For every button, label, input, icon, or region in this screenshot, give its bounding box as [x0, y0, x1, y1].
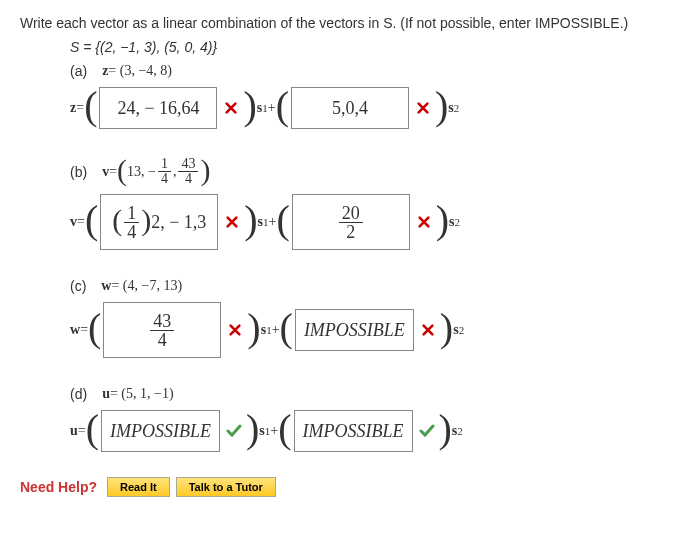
need-help-label: Need Help? — [20, 479, 97, 495]
answer-a2-input[interactable]: 5,0,4 — [291, 87, 409, 129]
answer-d2-input[interactable]: IMPOSSIBLE — [294, 410, 413, 452]
part-c-label: (c) — [70, 278, 86, 294]
check-icon — [226, 423, 242, 439]
answer-c1-input[interactable]: 434 — [103, 302, 221, 358]
vec-c-def: = (4, −7, 13) — [111, 278, 182, 294]
eq-b-lhs: v — [70, 214, 77, 229]
eq-c-lhs: w — [70, 322, 80, 337]
answer-b1-input[interactable]: ( 14 ) 2, − 1,3 — [100, 194, 218, 250]
wrong-icon — [416, 214, 432, 230]
vec-d-name: u — [102, 386, 110, 401]
vec-d-def: = (5, 1, −1) — [110, 386, 174, 402]
wrong-icon — [224, 214, 240, 230]
set-definition: S = {(2, −1, 3), (5, 0, 4)} — [70, 39, 217, 55]
wrong-icon — [227, 322, 243, 338]
vec-b-name: v — [102, 164, 109, 179]
talk-tutor-button[interactable]: Talk to a Tutor — [176, 477, 276, 497]
wrong-icon — [415, 100, 431, 116]
fraction: 14 — [158, 157, 171, 186]
fraction: 434 — [178, 157, 198, 186]
answer-b2-input[interactable]: 202 — [292, 194, 410, 250]
part-d-label: (d) — [70, 386, 87, 402]
question-prompt: Write each vector as a linear combinatio… — [20, 15, 675, 31]
wrong-icon — [223, 100, 239, 116]
part-a-label: (a) — [70, 63, 87, 79]
vec-a-def: = (3, −4, 8) — [108, 63, 172, 79]
check-icon — [419, 423, 435, 439]
part-b-label: (b) — [70, 164, 87, 180]
answer-a1-input[interactable]: 24, − 16,64 — [99, 87, 217, 129]
wrong-icon — [420, 322, 436, 338]
eq-d-lhs: u — [70, 423, 78, 438]
answer-c2-input[interactable]: IMPOSSIBLE — [295, 309, 414, 351]
vec-c-name: w — [101, 278, 111, 293]
read-it-button[interactable]: Read It — [107, 477, 170, 497]
answer-d1-input[interactable]: IMPOSSIBLE — [101, 410, 220, 452]
